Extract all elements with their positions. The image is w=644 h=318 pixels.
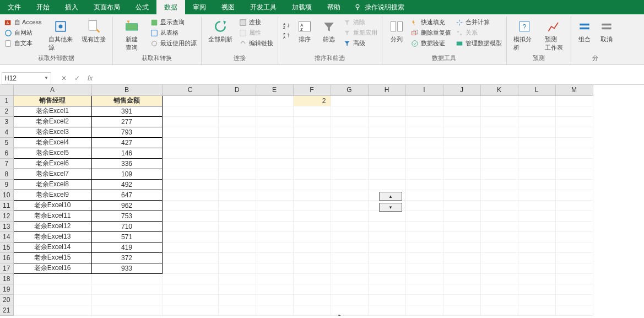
cell-B16[interactable]: 372 [91,252,162,263]
cell-K13[interactable] [480,221,518,231]
cell-M11[interactable] [555,200,593,211]
cell-B2[interactable]: 391 [91,106,162,116]
cell-E4[interactable] [256,127,293,137]
btn-data-model[interactable]: 管理数据模型 [454,39,503,48]
cell-D14[interactable] [218,231,256,242]
cell-F21[interactable] [293,305,331,315]
worksheet-grid[interactable]: ABCDEFGHIJKLM1销售经理销售金额22老余Excel13913老余Ex… [0,85,644,316]
cell-I4[interactable] [405,127,443,137]
cell-E19[interactable] [256,284,293,294]
cell-L13[interactable] [518,221,555,231]
cell-J8[interactable] [443,169,480,179]
cell-B15[interactable]: 419 [91,242,162,252]
cell-H14[interactable] [368,231,405,242]
btn-edit-links[interactable]: 编辑链接 [238,39,274,48]
cell-A17[interactable]: 老余Excel16 [13,263,91,273]
cell-F12[interactable] [293,211,331,221]
cell-F19[interactable] [293,284,331,294]
cell-K2[interactable] [480,106,518,116]
cell-K18[interactable] [480,273,518,284]
row-header-4[interactable]: 4 [0,127,13,137]
tab-insert[interactable]: 插入 [57,0,86,14]
cell-I9[interactable] [405,179,443,190]
cell-H19[interactable] [368,284,405,294]
cell-M10[interactable] [555,190,593,200]
cell-D7[interactable] [218,158,256,169]
cell-H1[interactable] [368,95,405,106]
cell-E9[interactable] [256,179,293,190]
tab-dev[interactable]: 开发工具 [242,0,284,14]
cell-K21[interactable] [480,305,518,315]
cell-F11[interactable] [293,200,331,211]
cell-C9[interactable] [162,179,218,190]
row-header-10[interactable]: 10 [0,190,13,200]
cell-I20[interactable] [405,294,443,305]
cell-F8[interactable] [293,169,331,179]
btn-from-web[interactable]: 自网站 [3,28,43,37]
formula-input[interactable] [102,72,644,84]
cell-H20[interactable] [368,294,405,305]
cell-B13[interactable]: 710 [91,221,162,231]
cell-A13[interactable]: 老余Excel12 [13,221,91,231]
cell-J21[interactable] [443,305,480,315]
cell-I14[interactable] [405,231,443,242]
cell-H4[interactable] [368,127,405,137]
cell-J15[interactable] [443,242,480,252]
cell-A9[interactable]: 老余Excel8 [13,179,91,190]
cell-G7[interactable] [331,158,368,169]
cell-D15[interactable] [218,242,256,252]
col-header-A[interactable]: A [13,85,91,95]
cell-G12[interactable] [331,211,368,221]
cell-A8[interactable]: 老余Excel7 [13,169,91,179]
cell-C12[interactable] [162,211,218,221]
cell-I21[interactable] [405,305,443,315]
cell-G11[interactable] [331,200,368,211]
cell-L20[interactable] [518,294,555,305]
btn-advanced-filter[interactable]: 高级 [342,39,378,48]
cell-K8[interactable] [480,169,518,179]
col-header-E[interactable]: E [256,85,293,95]
cell-B7[interactable]: 336 [91,158,162,169]
row-header-1[interactable]: 1 [0,95,13,106]
row-header-15[interactable]: 15 [0,242,13,252]
row-header-14[interactable]: 14 [0,231,13,242]
cell-F7[interactable] [293,158,331,169]
cell-C19[interactable] [162,284,218,294]
cell-L5[interactable] [518,137,555,148]
cell-E8[interactable] [256,169,293,179]
cell-E11[interactable] [256,200,293,211]
btn-recent-sources[interactable]: 最近使用的源 [149,39,198,48]
cell-C13[interactable] [162,221,218,231]
col-header-I[interactable]: I [405,85,443,95]
cell-C11[interactable] [162,200,218,211]
cell-M9[interactable] [555,179,593,190]
cancel-formula-icon[interactable]: ✕ [61,74,67,82]
cell-A10[interactable]: 老余Excel9 [13,190,91,200]
cell-F14[interactable] [293,231,331,242]
cell-H9[interactable] [368,179,405,190]
col-header-F[interactable]: F [293,85,331,95]
cell-J6[interactable] [443,148,480,158]
cell-I5[interactable] [405,137,443,148]
cell-H7[interactable] [368,158,405,169]
cell-M7[interactable] [555,158,593,169]
cell-G13[interactable] [331,221,368,231]
cell-G15[interactable] [331,242,368,252]
name-box[interactable]: H12 ▼ [2,72,51,84]
spin-up-button[interactable]: ▲ [379,192,402,201]
cell-M16[interactable] [555,252,593,263]
cell-J14[interactable] [443,231,480,242]
btn-group[interactable]: 组合 [575,17,594,45]
cell-H16[interactable] [368,252,405,263]
cell-G14[interactable] [331,231,368,242]
cell-E5[interactable] [256,137,293,148]
cell-B1[interactable]: 销售金额 [91,95,162,106]
cell-B5[interactable]: 427 [91,137,162,148]
cell-K3[interactable] [480,116,518,127]
cell-M20[interactable] [555,294,593,305]
cell-I11[interactable] [405,200,443,211]
cell-K6[interactable] [480,148,518,158]
btn-sort-desc[interactable]: ZA [282,31,291,40]
cell-B18[interactable] [91,273,162,284]
tab-file[interactable]: 文件 [0,0,29,14]
